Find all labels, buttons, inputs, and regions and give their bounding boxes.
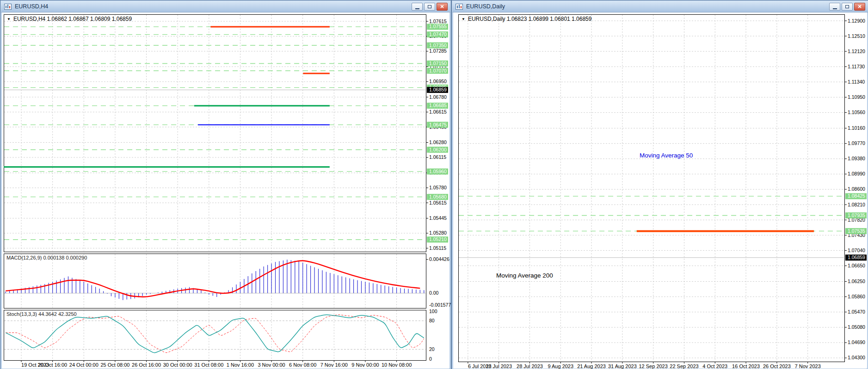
window-eurusd-h4[interactable]: EURUSD,H4 ✕ ▼EURUSD,H4 1.06862 1.06867 1… [0, 0, 451, 369]
titlebar-eurusd-h4[interactable]: EURUSD,H4 ✕ [1, 1, 450, 12]
titlebar-eurusd-daily[interactable]: EURUSD,Daily ✕ [452, 1, 868, 12]
restore-icon [845, 5, 849, 8]
minimize-button[interactable] [829, 3, 840, 11]
price-axis-h4[interactable] [427, 15, 450, 361]
minimize-button[interactable] [412, 3, 423, 11]
main-chart-area-daily[interactable] [459, 15, 845, 362]
restore-button[interactable] [842, 3, 853, 11]
minimize-icon [415, 8, 419, 9]
window-eurusd-daily[interactable]: EURUSD,Daily ✕ ▼EURUSD,Daily 1.06823 1.0… [451, 0, 868, 369]
close-icon: ✕ [857, 4, 862, 9]
restore-button[interactable] [424, 3, 435, 11]
ma50-label: Moving Average 50 [640, 152, 693, 159]
ohlc-info-line: ▼EURUSD,Daily 1.06823 1.06899 1.06801 1.… [462, 16, 591, 22]
stoch-indicator-label: Stoch(13,3,3) 44.3642 42.3250 [6, 311, 77, 317]
chart-icon [456, 4, 463, 10]
macd-indicator-label: MACD(12,26,9) 0.000138 0.000290 [6, 255, 87, 260]
main-chart-area-h4[interactable] [4, 15, 426, 252]
restore-icon [428, 5, 431, 8]
time-axis-h4[interactable] [4, 361, 426, 369]
window-title: EURUSD,Daily [466, 3, 505, 10]
minimize-icon [833, 8, 837, 9]
window-controls: ✕ [412, 3, 448, 11]
time-axis-daily[interactable] [459, 362, 845, 369]
close-button[interactable]: ✕ [437, 3, 448, 11]
macd-panel[interactable] [4, 254, 426, 309]
chart-icon [4, 4, 12, 10]
close-button[interactable]: ✕ [854, 3, 865, 11]
price-axis-daily[interactable] [845, 15, 868, 362]
close-icon: ✕ [440, 4, 444, 9]
window-title: EURUSD,H4 [15, 3, 48, 10]
ohlc-info-line: ▼EURUSD,H4 1.06862 1.06867 1.06809 1.068… [7, 16, 132, 22]
ma200-label: Moving Average 200 [496, 272, 553, 279]
symbol-dropdown-icon[interactable]: ▼ [462, 17, 465, 21]
stoch-panel[interactable] [4, 310, 426, 361]
symbol-dropdown-icon[interactable]: ▼ [7, 17, 11, 21]
window-controls: ✕ [829, 3, 865, 11]
